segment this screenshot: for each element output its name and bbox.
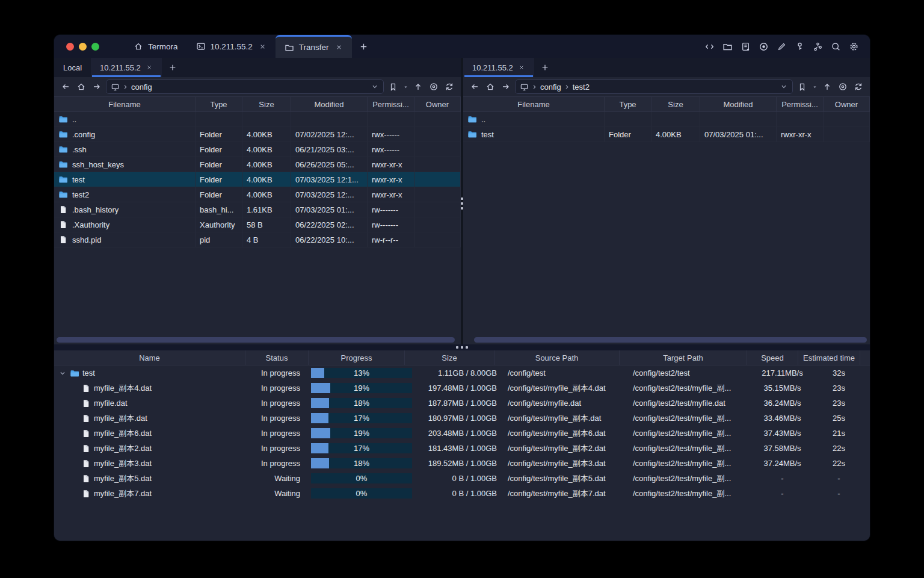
app-tab-transfer[interactable]: Transfer xyxy=(276,35,352,58)
transfer-row[interactable]: myfile_副本2.datIn progress17%181.43MB / 1… xyxy=(54,441,870,456)
right-path-input[interactable]: configtest2 xyxy=(515,79,793,94)
close-icon[interactable] xyxy=(335,43,343,51)
transfer-column-header[interactable]: Estimated time xyxy=(798,350,860,365)
file-row[interactable]: .. xyxy=(54,112,461,127)
transfer-row[interactable]: myfile_副本7.datWaiting0%0 B / 1.00GB/conf… xyxy=(54,486,870,501)
right-bookmark-caret-button[interactable] xyxy=(811,80,818,93)
transfer-column-header[interactable]: Name xyxy=(54,350,245,365)
transfer-row[interactable]: myfile_副本.datIn progress17%180.97MB / 1.… xyxy=(54,411,870,426)
right-home-button[interactable] xyxy=(484,80,497,93)
new-tab-button[interactable] xyxy=(352,35,375,58)
key-button[interactable] xyxy=(792,39,807,54)
transfer-column-header[interactable]: Speed xyxy=(747,350,798,365)
transfer-column-header[interactable]: Progress xyxy=(309,350,405,365)
transfer-row[interactable]: myfile_副本5.datWaiting0%0 B / 1.00GB/conf… xyxy=(54,471,870,486)
column-header[interactable]: Type xyxy=(605,97,651,111)
keychain-button[interactable] xyxy=(810,39,825,54)
left-bookmark-caret-button[interactable] xyxy=(402,80,409,93)
left-bookmark-button[interactable] xyxy=(386,80,399,93)
left-forward-button[interactable] xyxy=(90,80,103,93)
settings-button[interactable] xyxy=(846,39,861,54)
left-show-hidden-button[interactable] xyxy=(427,80,440,93)
app-tab-termora[interactable]: Termora xyxy=(125,35,187,58)
left-path-input[interactable]: config xyxy=(106,79,384,94)
transfer-row[interactable]: myfile_副本4.datIn progress19%197.48MB / 1… xyxy=(54,381,870,396)
pencil-button[interactable] xyxy=(774,39,789,54)
transfer-row[interactable]: myfile_副本3.datIn progress18%189.52MB / 1… xyxy=(54,456,870,471)
plus-icon[interactable] xyxy=(541,63,549,72)
path-dropdown-icon[interactable] xyxy=(780,82,788,91)
close-tab-icon[interactable] xyxy=(146,64,153,71)
left-panel-tab-10-211-55-2[interactable]: 10.211.55.2 xyxy=(91,58,162,77)
file-row[interactable]: testFolder4.00KB07/03/2025 01:...rwxr-xr… xyxy=(463,127,870,142)
column-header[interactable]: Permissi... xyxy=(368,97,414,111)
column-header[interactable]: Modified xyxy=(700,97,777,111)
transfer-column-header[interactable]: Status xyxy=(245,350,309,365)
zoom-window-button[interactable] xyxy=(91,43,99,51)
file-row[interactable]: test2Folder4.00KB07/03/2025 12:...rwxr-x… xyxy=(54,187,461,202)
horizontal-splitter-grip[interactable] xyxy=(456,346,468,349)
column-header[interactable]: Permissi... xyxy=(777,97,824,111)
left-horizontal-scrollbar[interactable] xyxy=(57,337,455,343)
file-row[interactable]: .. xyxy=(463,112,870,127)
close-icon[interactable] xyxy=(146,64,153,71)
right-upload-button[interactable] xyxy=(821,80,834,93)
left-back-button[interactable] xyxy=(59,80,72,93)
close-icon[interactable] xyxy=(259,43,266,51)
column-header[interactable]: Owner xyxy=(824,97,870,111)
file-row[interactable]: testFolder4.00KB07/03/2025 12:1...rwxr-x… xyxy=(54,172,461,187)
app-tab-10-211-55-2[interactable]: 10.211.55.2 xyxy=(187,35,276,58)
column-header[interactable]: Filename xyxy=(54,97,196,111)
horizontal-splitter[interactable] xyxy=(54,344,870,350)
file-row[interactable]: .bash_historybash_hi...1.61KB07/03/2025 … xyxy=(54,202,461,217)
right-horizontal-scrollbar[interactable] xyxy=(474,337,867,343)
left-panel-tab-local[interactable]: Local xyxy=(54,58,91,77)
right-panel-tab-10-211-55-2[interactable]: 10.211.55.2 xyxy=(463,58,534,77)
record-button[interactable] xyxy=(756,39,771,54)
close-window-button[interactable] xyxy=(66,43,74,51)
right-back-button[interactable] xyxy=(468,80,481,93)
transfer-column-header[interactable]: Target Path xyxy=(620,350,747,365)
column-header[interactable]: Owner xyxy=(414,97,461,111)
transfer-row[interactable]: myfile.datIn progress18%187.87MB / 1.00G… xyxy=(54,396,870,411)
log-button[interactable] xyxy=(738,39,753,54)
file-row[interactable]: .configFolder4.00KB07/02/2025 12:...rwx-… xyxy=(54,127,461,142)
path-dropdown-icon[interactable] xyxy=(371,82,379,91)
right-refresh-button[interactable] xyxy=(852,80,865,93)
folder-button[interactable] xyxy=(719,39,735,54)
code-button[interactable] xyxy=(701,39,717,54)
chevron-down-icon[interactable] xyxy=(58,369,67,378)
left-refresh-button[interactable] xyxy=(443,80,456,93)
transfer-row[interactable]: myfile_副本6.datIn progress19%203.48MB / 1… xyxy=(54,426,870,441)
search-button[interactable] xyxy=(828,39,843,54)
chevron-down-icon[interactable] xyxy=(780,82,788,91)
close-tab-icon[interactable] xyxy=(518,64,525,71)
column-header[interactable]: Filename xyxy=(463,97,605,111)
close-tab-icon[interactable] xyxy=(335,43,343,51)
transfer-column-header[interactable]: Size xyxy=(405,350,494,365)
column-header[interactable]: Size xyxy=(651,97,700,111)
right-panel-new-tab-button[interactable] xyxy=(534,58,556,77)
transfer-column-header[interactable]: Source Path xyxy=(494,350,620,365)
transfer-eta-cell: - xyxy=(808,471,870,486)
column-header[interactable]: Type xyxy=(196,97,242,111)
left-home-button[interactable] xyxy=(75,80,88,93)
column-header[interactable]: Size xyxy=(242,97,291,111)
column-header[interactable]: Modified xyxy=(291,97,368,111)
close-tab-icon[interactable] xyxy=(259,43,266,51)
right-bookmark-button[interactable] xyxy=(795,80,808,93)
file-row[interactable]: ssh_host_keysFolder4.00KB06/26/2025 05:.… xyxy=(54,157,461,172)
plus-icon[interactable] xyxy=(168,63,177,72)
file-row[interactable]: sshd.pidpid4 B06/22/2025 10:...rw-r--r-- xyxy=(54,232,461,247)
left-upload-button[interactable] xyxy=(411,80,425,93)
plus-icon[interactable] xyxy=(359,42,368,51)
file-row[interactable]: .XauthorityXauthority58 B06/22/2025 02:.… xyxy=(54,217,461,232)
right-show-hidden-button[interactable] xyxy=(836,80,849,93)
transfer-row[interactable]: testIn progress13%1.11GB / 8.00GB/config… xyxy=(54,365,870,381)
left-panel-new-tab-button[interactable] xyxy=(162,58,183,77)
minimize-window-button[interactable] xyxy=(79,43,87,51)
chevron-down-icon[interactable] xyxy=(371,82,379,91)
close-icon[interactable] xyxy=(518,64,525,71)
file-row[interactable]: .sshFolder4.00KB06/21/2025 03:...rwx----… xyxy=(54,142,461,157)
right-forward-button[interactable] xyxy=(499,80,513,93)
